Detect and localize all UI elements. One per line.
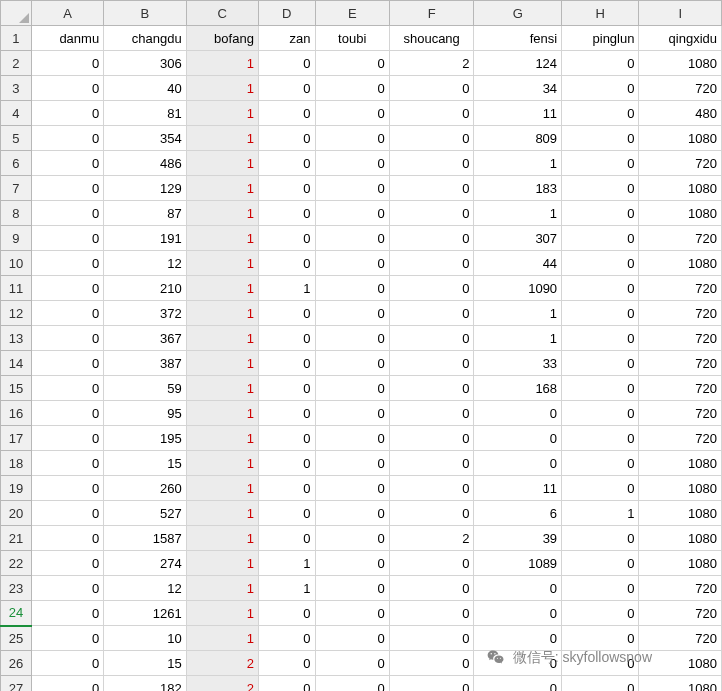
cell-C19[interactable]: 1	[186, 476, 258, 501]
cell-F9[interactable]: 0	[389, 226, 474, 251]
cell-F21[interactable]: 2	[389, 526, 474, 551]
cell-E14[interactable]: 0	[315, 351, 389, 376]
cell-I22[interactable]: 1080	[639, 551, 722, 576]
cell-D25[interactable]: 0	[258, 626, 315, 651]
cell-B11[interactable]: 210	[104, 276, 187, 301]
cell-B19[interactable]: 260	[104, 476, 187, 501]
select-all-corner[interactable]	[1, 1, 32, 26]
cell-E9[interactable]: 0	[315, 226, 389, 251]
cell-B14[interactable]: 387	[104, 351, 187, 376]
cell-E27[interactable]: 0	[315, 676, 389, 692]
cell-E13[interactable]: 0	[315, 326, 389, 351]
row-header-20[interactable]: 20	[1, 501, 32, 526]
cell-G23[interactable]: 0	[474, 576, 562, 601]
cell-I19[interactable]: 1080	[639, 476, 722, 501]
cell-F18[interactable]: 0	[389, 451, 474, 476]
cell-H20[interactable]: 1	[562, 501, 639, 526]
col-header-H[interactable]: H	[562, 1, 639, 26]
cell-I6[interactable]: 720	[639, 151, 722, 176]
cell-A5[interactable]: 0	[31, 126, 103, 151]
cell-A14[interactable]: 0	[31, 351, 103, 376]
cell-E12[interactable]: 0	[315, 301, 389, 326]
cell-I24[interactable]: 720	[639, 601, 722, 626]
cell-I23[interactable]: 720	[639, 576, 722, 601]
cell-I16[interactable]: 720	[639, 401, 722, 426]
cell-C16[interactable]: 1	[186, 401, 258, 426]
cell-E2[interactable]: 0	[315, 51, 389, 76]
row-header-23[interactable]: 23	[1, 576, 32, 601]
cell-A6[interactable]: 0	[31, 151, 103, 176]
cell-E21[interactable]: 0	[315, 526, 389, 551]
cell-E5[interactable]: 0	[315, 126, 389, 151]
cell-G10[interactable]: 44	[474, 251, 562, 276]
cell-C21[interactable]: 1	[186, 526, 258, 551]
cell-D7[interactable]: 0	[258, 176, 315, 201]
cell-H1[interactable]: pinglun	[562, 26, 639, 51]
cell-G5[interactable]: 809	[474, 126, 562, 151]
cell-A26[interactable]: 0	[31, 651, 103, 676]
cell-F10[interactable]: 0	[389, 251, 474, 276]
cell-I3[interactable]: 720	[639, 76, 722, 101]
cell-G20[interactable]: 6	[474, 501, 562, 526]
cell-H7[interactable]: 0	[562, 176, 639, 201]
cell-B10[interactable]: 12	[104, 251, 187, 276]
cell-F25[interactable]: 0	[389, 626, 474, 651]
cell-C22[interactable]: 1	[186, 551, 258, 576]
cell-C7[interactable]: 1	[186, 176, 258, 201]
cell-H14[interactable]: 0	[562, 351, 639, 376]
cell-E23[interactable]: 0	[315, 576, 389, 601]
cell-F24[interactable]: 0	[389, 601, 474, 626]
cell-I15[interactable]: 720	[639, 376, 722, 401]
cell-I5[interactable]: 1080	[639, 126, 722, 151]
cell-D15[interactable]: 0	[258, 376, 315, 401]
cell-B20[interactable]: 527	[104, 501, 187, 526]
cell-H2[interactable]: 0	[562, 51, 639, 76]
cell-A27[interactable]: 0	[31, 676, 103, 692]
col-header-A[interactable]: A	[31, 1, 103, 26]
cell-B5[interactable]: 354	[104, 126, 187, 151]
cell-D5[interactable]: 0	[258, 126, 315, 151]
cell-G14[interactable]: 33	[474, 351, 562, 376]
cell-G21[interactable]: 39	[474, 526, 562, 551]
cell-F20[interactable]: 0	[389, 501, 474, 526]
cell-E10[interactable]: 0	[315, 251, 389, 276]
row-header-5[interactable]: 5	[1, 126, 32, 151]
cell-A18[interactable]: 0	[31, 451, 103, 476]
row-header-12[interactable]: 12	[1, 301, 32, 326]
cell-F12[interactable]: 0	[389, 301, 474, 326]
cell-D26[interactable]: 0	[258, 651, 315, 676]
cell-H22[interactable]: 0	[562, 551, 639, 576]
cell-C20[interactable]: 1	[186, 501, 258, 526]
cell-I7[interactable]: 1080	[639, 176, 722, 201]
cell-H4[interactable]: 0	[562, 101, 639, 126]
cell-E22[interactable]: 0	[315, 551, 389, 576]
cell-H17[interactable]: 0	[562, 426, 639, 451]
cell-F13[interactable]: 0	[389, 326, 474, 351]
cell-A10[interactable]: 0	[31, 251, 103, 276]
cell-I21[interactable]: 1080	[639, 526, 722, 551]
cell-D24[interactable]: 0	[258, 601, 315, 626]
cell-C9[interactable]: 1	[186, 226, 258, 251]
col-header-F[interactable]: F	[389, 1, 474, 26]
cell-I27[interactable]: 1080	[639, 676, 722, 692]
cell-H27[interactable]: 0	[562, 676, 639, 692]
row-header-18[interactable]: 18	[1, 451, 32, 476]
cell-H15[interactable]: 0	[562, 376, 639, 401]
row-header-8[interactable]: 8	[1, 201, 32, 226]
cell-I8[interactable]: 1080	[639, 201, 722, 226]
cell-E16[interactable]: 0	[315, 401, 389, 426]
cell-E1[interactable]: toubi	[315, 26, 389, 51]
cell-C24[interactable]: 1	[186, 601, 258, 626]
cell-B8[interactable]: 87	[104, 201, 187, 226]
cell-D1[interactable]: zan	[258, 26, 315, 51]
cell-C2[interactable]: 1	[186, 51, 258, 76]
cell-E4[interactable]: 0	[315, 101, 389, 126]
row-header-15[interactable]: 15	[1, 376, 32, 401]
cell-B7[interactable]: 129	[104, 176, 187, 201]
cell-I12[interactable]: 720	[639, 301, 722, 326]
cell-F15[interactable]: 0	[389, 376, 474, 401]
cell-F5[interactable]: 0	[389, 126, 474, 151]
cell-B16[interactable]: 95	[104, 401, 187, 426]
cell-B3[interactable]: 40	[104, 76, 187, 101]
cell-A7[interactable]: 0	[31, 176, 103, 201]
